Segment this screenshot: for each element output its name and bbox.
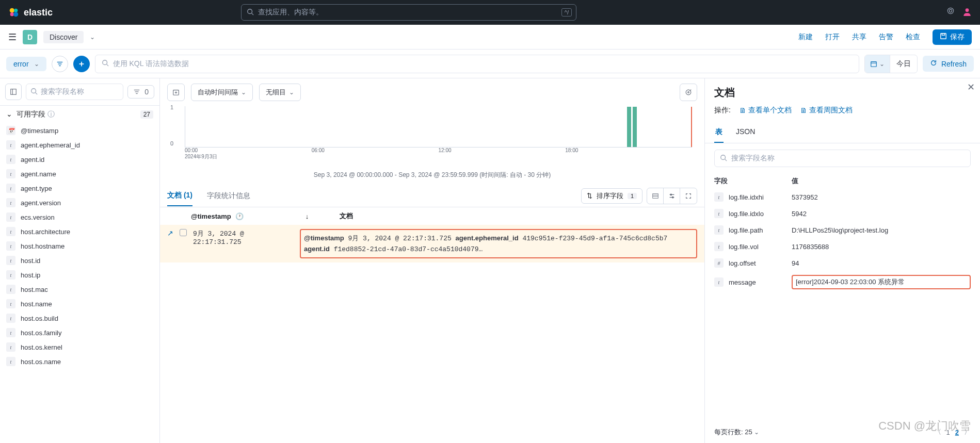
help-icon[interactable] (947, 7, 954, 18)
field-item[interactable]: thost.hostname (0, 239, 159, 253)
flyout-tabs: 表 JSON (705, 122, 980, 143)
field-item[interactable]: tagent.ephemeral_id (0, 138, 159, 152)
field-item[interactable]: thost.os.name (0, 354, 159, 369)
new-link[interactable]: 新建 (798, 32, 813, 42)
field-item[interactable]: thost.os.kernel (0, 340, 159, 354)
sort-desc-icon[interactable]: ↓ (306, 212, 309, 220)
chevron-down-icon: ⌄ (879, 60, 885, 68)
calendar-icon-button[interactable]: ⌄ (865, 55, 890, 73)
kv-row[interactable]: #log.offset94 (705, 255, 980, 271)
kv-row[interactable]: tmessage[error]2024-09-03 22:03:00 系统异常 (705, 271, 980, 293)
kv-row[interactable]: tlog.file.idxhi5373952 (705, 189, 980, 205)
field-item[interactable]: tagent.name (0, 167, 159, 181)
field-name: host.os.kernel (21, 343, 62, 351)
user-avatar-icon[interactable] (962, 7, 972, 18)
close-icon[interactable]: ✕ (967, 81, 975, 93)
field-item[interactable]: 📅@timestamp (0, 123, 159, 138)
chevron-down-icon[interactable]: ⌄ (90, 34, 95, 41)
fields-search-input[interactable]: 搜索字段名称 (26, 84, 123, 100)
fullscreen-icon[interactable] (680, 188, 697, 204)
col-timestamp[interactable]: @timestamp (191, 212, 231, 220)
field-key: log.file.vol (729, 243, 792, 251)
svg-rect-10 (942, 34, 944, 36)
field-type-icon: t (6, 140, 15, 150)
inspect-link[interactable]: 检查 (906, 32, 920, 42)
field-value: D:\HLLPos25\log\project-test.log (792, 226, 971, 234)
tab-field-stats[interactable]: 字段统计信息 (207, 186, 250, 206)
view-surrounding-docs-link[interactable]: 🗎 查看周围文档 (800, 106, 853, 115)
field-item[interactable]: thost.name (0, 297, 159, 311)
doc-icon: 🗎 (739, 106, 746, 114)
field-item[interactable]: thost.ip (0, 268, 159, 282)
field-name: agent.id (21, 156, 44, 163)
y-tick: 1 (170, 104, 173, 110)
save-label: 保存 (950, 32, 965, 42)
kv-row[interactable]: tlog.file.vol1176835688 (705, 238, 980, 255)
y-tick: 0 (170, 140, 173, 146)
field-type-icon: t (6, 155, 15, 164)
kql-query-input[interactable]: 使用 KQL 语法筛选数据 (95, 55, 859, 73)
available-fields-header[interactable]: ⌄可用字段 ⓘ 27 (0, 106, 159, 123)
view-single-doc-link[interactable]: 🗎 查看单个文档 (739, 106, 792, 115)
kv-row[interactable]: tlog.file.idxlo5942 (705, 205, 980, 222)
next-page-icon[interactable]: 〉 (964, 428, 971, 437)
chevron-down-icon: ⌄ (754, 429, 759, 436)
interval-selector[interactable]: 自动时间间隔 ⌄ (191, 84, 253, 101)
data-view-selector[interactable]: error ⌄ (6, 57, 46, 71)
fields-filter-button[interactable]: 0 (127, 85, 154, 99)
page-2[interactable]: 2 (955, 429, 959, 436)
save-button[interactable]: 保存 (933, 29, 972, 45)
field-value: [error]2024-09-03 22:03:00 系统异常 (792, 275, 971, 289)
field-item[interactable]: tagent.version (0, 195, 159, 210)
expand-row-icon[interactable]: ↗ (167, 229, 173, 237)
filter-settings-button[interactable] (52, 56, 68, 72)
add-filter-button[interactable] (73, 56, 90, 72)
elastic-logo[interactable]: elastic (8, 7, 53, 18)
field-type-icon: t (6, 169, 15, 178)
settings-icon[interactable] (664, 188, 680, 204)
flyout-field-search[interactable]: 搜索字段名称 (714, 150, 971, 167)
svg-point-1 (14, 9, 18, 12)
page-1[interactable]: 1 (946, 429, 950, 436)
histogram-chart[interactable]: 1 0 00:002024年9月3日 06:00 12:00 18:00 (160, 106, 704, 166)
breakdown-selector[interactable]: 无细目 ⌄ (259, 84, 301, 101)
sort-fields-button[interactable]: ⇅ 排序字段 1 (581, 188, 642, 204)
density-icon[interactable] (647, 188, 664, 204)
field-item[interactable]: thost.id (0, 253, 159, 268)
global-search-input[interactable]: 查找应用、内容等。 ^/ (241, 4, 576, 21)
fields-sidebar: 搜索字段名称 0 ⌄可用字段 ⓘ 27 📅@timestamptagent.ep… (0, 78, 160, 443)
info-icon: ⓘ (47, 110, 55, 118)
field-item[interactable]: tagent.id (0, 152, 159, 167)
alert-link[interactable]: 告警 (879, 32, 893, 42)
doc-table-row[interactable]: ↗ 9月 3, 2024 @ 22:17:31.725 @timestamp 9… (160, 225, 704, 262)
add-panel-button[interactable] (167, 84, 185, 101)
prev-page-icon[interactable]: 〈 (935, 428, 941, 437)
refresh-button[interactable]: Refresh (923, 56, 974, 72)
field-name: @timestamp (21, 127, 58, 135)
field-item[interactable]: thost.os.build (0, 311, 159, 325)
row-checkbox[interactable] (180, 229, 187, 236)
chevron-down-icon: ⌄ (241, 89, 246, 96)
field-item[interactable]: tecs.version (0, 210, 159, 224)
nav-toggle-icon[interactable]: ☰ (8, 31, 17, 43)
field-name: host.architecture (21, 228, 70, 236)
kv-row[interactable]: tlog.file.pathD:\HLLPos25\log\project-te… (705, 222, 980, 238)
chart-options-button[interactable] (680, 84, 697, 101)
field-item[interactable]: tagent.type (0, 181, 159, 195)
rows-per-page[interactable]: 每页行数: 25 ⌄ (714, 428, 759, 437)
field-name: agent.version (21, 199, 61, 207)
tab-table[interactable]: 表 (714, 122, 724, 143)
share-link[interactable]: 共享 (852, 32, 866, 42)
field-item[interactable]: thost.os.family (0, 325, 159, 340)
tab-documents[interactable]: 文档 (1) (167, 186, 192, 206)
field-item[interactable]: thost.architecture (0, 224, 159, 239)
open-link[interactable]: 打开 (825, 32, 840, 42)
svg-rect-18 (871, 61, 877, 67)
app-switcher[interactable]: Discover (43, 31, 84, 43)
tab-json[interactable]: JSON (735, 122, 756, 143)
field-name: agent.ephemeral_id (21, 141, 80, 149)
toggle-fields-icon[interactable] (5, 84, 22, 100)
col-document[interactable]: 文档 (340, 211, 353, 221)
date-picker[interactable]: ⌄ 今日 (864, 55, 918, 73)
field-item[interactable]: thost.mac (0, 282, 159, 297)
